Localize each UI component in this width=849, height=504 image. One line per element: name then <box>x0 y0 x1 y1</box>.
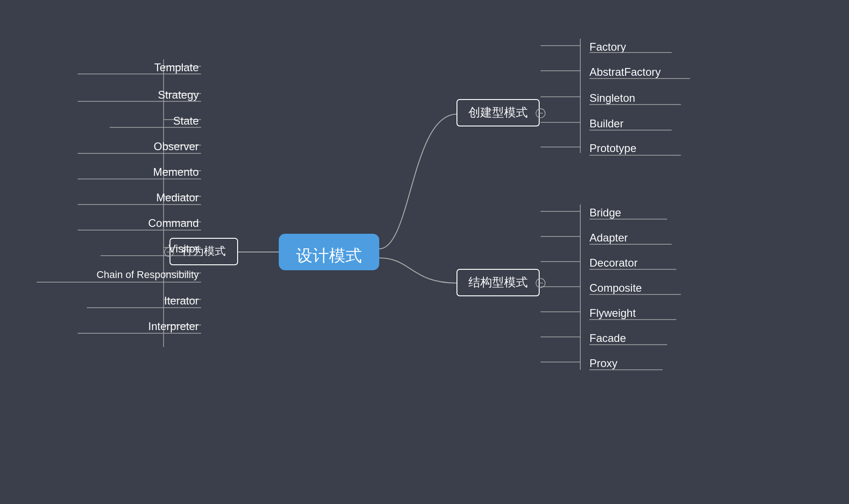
prototype-label: Prototype <box>589 142 637 154</box>
command-label: Command <box>148 217 199 229</box>
interpreter-label: Interpreter <box>148 320 199 332</box>
jiegou-label: 结构型模式 <box>468 275 528 289</box>
bridge-label: Bridge <box>589 206 621 219</box>
iterator-label: Iterator <box>164 294 199 307</box>
strategy-label: Strategy <box>158 89 199 101</box>
memento-label: Memento <box>153 166 199 178</box>
adapter-label: Adapter <box>589 231 628 244</box>
chuangjian-label: 创建型模式 <box>468 105 528 119</box>
facade-label: Facade <box>589 332 626 344</box>
visitor-label: Visitor <box>169 242 199 255</box>
singleton-label: Singleton <box>589 92 635 104</box>
line-jiegou <box>379 258 457 283</box>
template-label: Template <box>154 61 199 74</box>
observer-label: Observer <box>154 140 199 152</box>
factory-label: Factory <box>589 41 626 53</box>
chain-label: Chain of Responsibility <box>96 269 199 280</box>
composite-label: Composite <box>589 282 642 294</box>
proxy-label: Proxy <box>589 357 617 369</box>
state-label: State <box>173 115 199 127</box>
center-label: 设计模式 <box>296 246 362 265</box>
flyweight-label: Flyweight <box>589 307 636 319</box>
abstrat-label: AbstratFactory <box>589 66 661 78</box>
line-chuangjian <box>379 114 457 249</box>
builder-label: Builder <box>589 117 624 130</box>
decorator-label: Decorator <box>589 257 637 269</box>
mediator-label: Mediator <box>156 191 199 204</box>
